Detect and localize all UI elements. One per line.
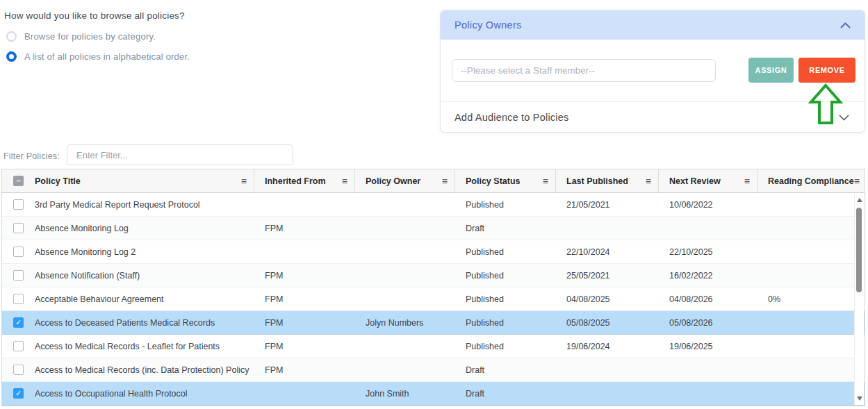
table-row[interactable]: Absence Monitoring Log 2Published22/10/2… [2, 240, 865, 264]
column-menu-icon[interactable]: ≡ [241, 176, 247, 186]
table-row[interactable]: Access to Medical Records (inc. Data Pro… [2, 358, 865, 382]
cell-reading-compliance [758, 335, 865, 358]
cell-policy-owner [355, 264, 455, 287]
column-menu-icon[interactable]: ≡ [854, 176, 860, 186]
column-header-label: Next Review [669, 176, 721, 186]
filter-policies-label: Filter Policies: [3, 151, 60, 161]
add-audience-title: Add Audience to Policies [455, 112, 568, 123]
radio-button[interactable] [6, 31, 17, 42]
row-checkbox[interactable] [13, 199, 24, 210]
row-checkbox-cell [2, 217, 35, 240]
column-menu-icon[interactable]: ≡ [442, 176, 448, 186]
cell-title: Access to Occupational Health Protocol [35, 382, 254, 405]
column-header[interactable]: Policy Status≡ [455, 169, 556, 192]
cell-policy-status: Published [455, 335, 556, 358]
cell-reading-compliance [758, 358, 865, 381]
table-row[interactable]: Absence Monitoring LogFPMDraft [2, 217, 865, 240]
filter-input[interactable] [67, 144, 293, 165]
table-row[interactable]: Acceptable Behaviour AgreementFPMPublish… [2, 287, 865, 311]
column-menu-icon[interactable]: ≡ [543, 176, 548, 186]
chevron-up-icon [840, 22, 851, 28]
cell-policy-owner [355, 240, 455, 263]
staff-member-select[interactable] [452, 59, 716, 82]
column-header-label: Reading Compliance [768, 176, 854, 186]
cell-inherited-from: FPM [254, 311, 355, 334]
vertical-scrollbar[interactable] [854, 194, 864, 405]
policy-owners-header[interactable]: Policy Owners [441, 10, 865, 40]
column-header-label: Policy Title [35, 176, 81, 186]
table-row[interactable]: Access to Medical Records - Leaflet for … [2, 335, 865, 358]
cell-next-review: 22/10/2025 [659, 240, 758, 263]
annotation-arrow-up-icon [808, 83, 843, 125]
cell-title: Access to Deceased Patients Medical Reco… [35, 311, 254, 334]
row-checkbox[interactable] [13, 247, 24, 257]
table-row[interactable]: Absence Notification (Staff)FPMPublished… [2, 264, 865, 287]
cell-policy-status: Published [455, 264, 556, 287]
cell-reading-compliance [758, 382, 865, 405]
row-checkbox-cell [2, 287, 35, 310]
row-checkbox[interactable] [13, 341, 24, 351]
cell-reading-compliance [758, 193, 865, 216]
cell-policy-status: Published [455, 240, 556, 263]
table-row[interactable]: Access to Occupational Health ProtocolJo… [2, 382, 865, 406]
cell-last-published: 04/08/2025 [556, 287, 659, 310]
column-menu-icon[interactable]: ≡ [744, 176, 750, 186]
cell-next-review: 10/06/2022 [659, 193, 758, 216]
cell-next-review [659, 382, 758, 405]
scroll-down-icon[interactable] [857, 397, 862, 401]
cell-inherited-from: FPM [254, 335, 355, 358]
policies-table: Policy Title≡Inherited From≡Policy Owner… [1, 169, 865, 406]
radio-label: Browse for policies by category. [24, 31, 156, 42]
cell-policy-status: Published [455, 287, 556, 310]
cell-inherited-from [254, 240, 355, 263]
policy-owners-title: Policy Owners [455, 19, 522, 31]
column-header[interactable]: Policy Owner≡ [355, 169, 455, 192]
column-header-label: Inherited From [265, 176, 326, 186]
row-checkbox-cell [2, 335, 35, 358]
cell-last-published: 22/10/2024 [556, 240, 659, 263]
row-checkbox[interactable] [13, 317, 24, 328]
column-header[interactable]: Reading Compliance≡ [758, 169, 865, 192]
cell-title: Absence Monitoring Log [35, 217, 254, 240]
table-row[interactable]: Access to Deceased Patients Medical Reco… [2, 311, 865, 335]
row-checkbox[interactable] [13, 223, 24, 233]
cell-inherited-from: FPM [254, 264, 355, 287]
column-header-label: Policy Owner [366, 176, 420, 186]
cell-inherited-from: FPM [254, 217, 355, 240]
cell-policy-status: Draft [455, 382, 556, 405]
cell-next-review: 04/08/2026 [659, 287, 758, 310]
select-all-checkbox[interactable] [13, 176, 24, 186]
add-audience-header[interactable]: Add Audience to Policies [441, 102, 865, 133]
column-header-label: Last Published [566, 176, 628, 186]
cell-reading-compliance [758, 264, 865, 287]
assign-button[interactable]: ASSIGN [748, 58, 794, 83]
cell-inherited-from [254, 382, 355, 405]
table-row[interactable]: 3rd Party Medical Report Request Protoco… [2, 193, 865, 217]
cell-inherited-from [254, 193, 355, 216]
column-header[interactable]: Last Published≡ [556, 169, 659, 192]
cell-next-review: 05/08/2026 [659, 311, 758, 334]
cell-last-published: 21/05/2021 [556, 193, 659, 216]
column-header[interactable]: Next Review≡ [659, 169, 758, 192]
row-checkbox[interactable] [13, 365, 24, 375]
scrollbar-thumb[interactable] [856, 208, 862, 292]
table-body: 3rd Party Medical Report Request Protoco… [2, 193, 865, 406]
browse-option[interactable]: Browse for policies by category. [6, 31, 156, 42]
scroll-up-icon[interactable] [857, 198, 862, 202]
column-header[interactable]: Inherited From≡ [254, 169, 355, 192]
radio-button[interactable] [6, 51, 17, 62]
column-menu-icon[interactable]: ≡ [646, 176, 651, 186]
row-checkbox-cell [2, 264, 35, 287]
row-checkbox[interactable] [13, 294, 24, 304]
column-menu-icon[interactable]: ≡ [342, 176, 347, 186]
cell-policy-status: Published [455, 193, 556, 216]
row-checkbox[interactable] [13, 388, 24, 399]
cell-policy-status: Published [455, 311, 556, 334]
cell-title: Absence Notification (Staff) [35, 264, 254, 287]
row-checkbox[interactable] [13, 270, 24, 281]
browse-option[interactable]: A list of all policies in alphabetical o… [6, 51, 190, 62]
remove-button[interactable]: REMOVE [799, 58, 855, 83]
cell-next-review: 16/02/2022 [659, 264, 758, 287]
column-header[interactable]: Policy Title≡ [35, 169, 254, 192]
cell-inherited-from: FPM [254, 358, 355, 381]
